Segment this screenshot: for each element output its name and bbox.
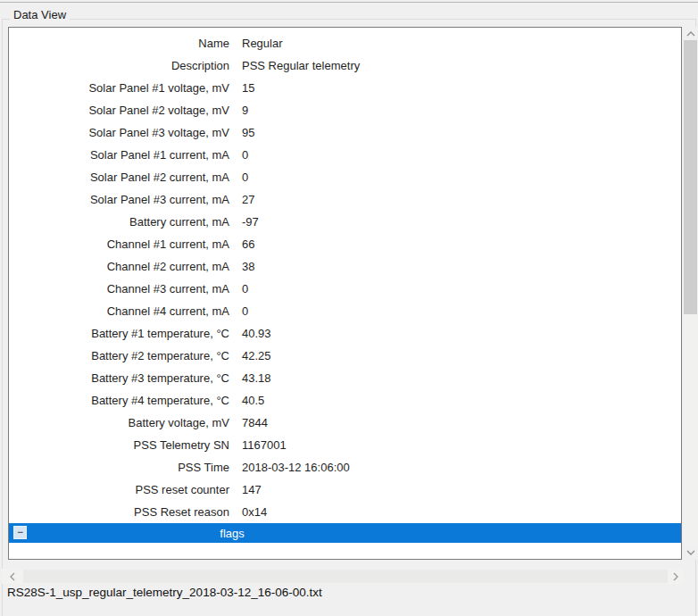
row-value: -97 <box>242 215 681 229</box>
row-value: PSS Regular telemetry <box>242 59 681 72</box>
row-label: Solar Panel #2 current, mA <box>9 171 229 184</box>
chevron-up-icon <box>686 31 695 37</box>
row-label: Battery current, mA <box>9 215 229 229</box>
row-value: 43.18 <box>242 371 681 385</box>
flags-group-row[interactable]: − flags <box>9 523 681 543</box>
row-value: 147 <box>242 483 681 496</box>
horizontal-scroll-thumb[interactable] <box>23 570 668 583</box>
table-row[interactable]: Channel #1 current, mA 66 <box>9 233 681 255</box>
row-value: 40.5 <box>242 394 681 407</box>
window-top-divider <box>0 2 698 3</box>
table-row[interactable]: Channel #2 current, mA 38 <box>9 255 681 278</box>
table-row[interactable]: Battery #4 temperature, °C 40.5 <box>9 389 681 412</box>
row-label: Battery voltage, mV <box>9 416 229 429</box>
row-label: Solar Panel #3 voltage, mV <box>9 126 229 139</box>
row-label: Battery #3 temperature, °C <box>9 371 229 385</box>
chevron-down-icon <box>686 550 695 555</box>
table-row[interactable]: Solar Panel #1 voltage, mV 15 <box>9 77 681 99</box>
table-row[interactable]: Channel #3 current, mA 0 <box>9 278 681 300</box>
table-row[interactable]: Solar Panel #2 current, mA 0 <box>9 166 681 188</box>
table-row[interactable]: Battery voltage, mV 7844 <box>9 412 681 434</box>
row-value: 40.93 <box>242 327 681 340</box>
vertical-scroll-thumb[interactable] <box>684 40 697 314</box>
table-row[interactable]: Solar Panel #1 current, mA 0 <box>9 144 681 166</box>
table-row[interactable]: Solar Panel #2 voltage, mV 9 <box>9 99 681 121</box>
row-label: Solar Panel #3 current, mA <box>9 193 229 206</box>
row-label: PSS Telemetry SN <box>9 438 229 452</box>
table-row[interactable]: Solar Panel #3 voltage, mV 95 <box>9 121 681 144</box>
scroll-left-button[interactable] <box>5 569 20 584</box>
flags-group-label: flags <box>9 523 455 543</box>
row-value: 15 <box>242 81 681 95</box>
groupbox-data-view: Data View Name Regular Description PSS R… <box>2 19 696 616</box>
table-row[interactable]: PSS Time 2018-03-12 16:06:00 <box>9 456 681 479</box>
row-value: 66 <box>242 237 681 251</box>
row-label: Battery #4 temperature, °C <box>9 394 229 407</box>
row-value: 0 <box>242 282 681 296</box>
row-label: Solar Panel #1 current, mA <box>9 148 229 162</box>
row-label: Channel #3 current, mA <box>9 282 229 296</box>
row-label: Channel #1 current, mA <box>9 237 229 251</box>
filename-label: RS28S-1_usp_regular_telemetry_2018-03-12… <box>7 586 322 599</box>
row-value: 9 <box>242 104 681 117</box>
row-value: 0 <box>242 304 681 318</box>
row-label: Battery #2 temperature, °C <box>9 349 229 362</box>
table-row[interactable]: PSS reset counter 147 <box>9 479 681 501</box>
row-label: Solar Panel #2 voltage, mV <box>9 104 229 117</box>
row-label: Name <box>9 37 229 50</box>
scroll-down-button[interactable] <box>683 545 698 560</box>
table-row[interactable]: Battery #1 temperature, °C 40.93 <box>9 322 681 345</box>
row-value: 0x14 <box>242 505 681 519</box>
table-row[interactable]: Channel #4 current, mA 0 <box>9 300 681 322</box>
row-label: Solar Panel #1 voltage, mV <box>9 81 229 95</box>
row-value: 27 <box>242 193 681 206</box>
table-row[interactable]: Description PSS Regular telemetry <box>9 54 681 77</box>
telemetry-panel: Name Regular Description PSS Regular tel… <box>8 27 682 560</box>
groupbox-title: Data View <box>10 7 70 23</box>
scroll-right-button[interactable] <box>669 569 683 584</box>
table-row[interactable]: Solar Panel #3 current, mA 27 <box>9 188 681 211</box>
data-rows: Name Regular Description PSS Regular tel… <box>9 28 681 523</box>
table-row[interactable]: PSS Reset reason 0x14 <box>9 501 681 523</box>
table-row[interactable]: Name Regular <box>9 32 681 54</box>
row-label: PSS Time <box>9 461 229 474</box>
table-row[interactable]: PSS Telemetry SN 1167001 <box>9 434 681 456</box>
table-row[interactable]: Battery #2 temperature, °C 42.25 <box>9 345 681 367</box>
scroll-up-button[interactable] <box>683 27 698 41</box>
horizontal-scrollbar[interactable] <box>2 569 683 584</box>
row-label: Description <box>9 59 229 72</box>
chevron-left-icon <box>10 572 15 581</box>
row-value: 0 <box>242 148 681 162</box>
vertical-scrollbar[interactable] <box>683 27 698 560</box>
row-label: PSS Reset reason <box>9 505 229 519</box>
row-value: 0 <box>242 171 681 184</box>
row-value: 1167001 <box>242 438 681 452</box>
row-label: Battery #1 temperature, °C <box>9 327 229 340</box>
row-value: 2018-03-12 16:06:00 <box>242 461 681 474</box>
table-row[interactable]: Battery current, mA -97 <box>9 211 681 233</box>
window: { "groupbox": { "title": "Data View" }, … <box>0 0 698 616</box>
table-row[interactable]: Battery #3 temperature, °C 43.18 <box>9 367 681 389</box>
row-label: Channel #2 current, mA <box>9 260 229 273</box>
row-label: PSS reset counter <box>9 483 229 496</box>
row-value: Regular <box>242 37 681 50</box>
row-value: 7844 <box>242 416 681 429</box>
row-value: 38 <box>242 260 681 273</box>
row-label: Channel #4 current, mA <box>9 304 229 318</box>
row-value: 95 <box>242 126 681 139</box>
chevron-right-icon <box>673 572 678 581</box>
row-value: 42.25 <box>242 349 681 362</box>
